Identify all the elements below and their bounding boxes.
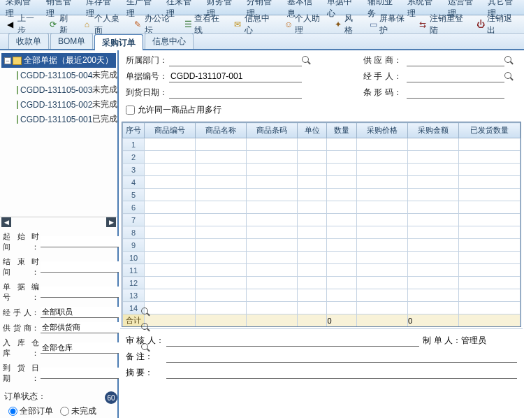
grid-cell[interactable] bbox=[407, 164, 458, 176]
status-radio-input[interactable] bbox=[8, 407, 17, 416]
grid-cell[interactable] bbox=[458, 226, 520, 239]
tree-item[interactable]: CGDD-131105-003 未完成 bbox=[1, 82, 116, 97]
grid-header[interactable]: 已发货数量 bbox=[458, 123, 520, 138]
grid-cell[interactable] bbox=[327, 302, 357, 314]
table-row[interactable]: 5 bbox=[123, 189, 521, 201]
grid-cell[interactable] bbox=[195, 289, 246, 302]
grid-cell[interactable] bbox=[246, 151, 297, 164]
grid-cell[interactable] bbox=[297, 239, 327, 252]
grid-cell[interactable] bbox=[297, 138, 327, 151]
grid-cell[interactable] bbox=[195, 264, 246, 277]
grid-cell[interactable] bbox=[145, 252, 196, 264]
table-row[interactable]: 3 bbox=[123, 164, 521, 176]
tab-bom[interactable]: BOM单 bbox=[50, 33, 93, 49]
grid-cell[interactable] bbox=[145, 226, 196, 239]
grid-cell[interactable] bbox=[458, 264, 520, 277]
auditor-input[interactable] bbox=[166, 335, 419, 347]
grid-cell[interactable] bbox=[357, 164, 408, 176]
tree-root[interactable]: − 全部单据（最近200天） bbox=[1, 53, 116, 68]
grid-cell[interactable] bbox=[297, 214, 327, 226]
grid-cell[interactable] bbox=[357, 176, 408, 189]
grid-cell[interactable] bbox=[297, 302, 327, 314]
grid-cell[interactable] bbox=[458, 201, 520, 214]
grid-cell[interactable] bbox=[327, 189, 357, 201]
grid-cell[interactable] bbox=[246, 201, 297, 214]
grid-header[interactable]: 数量 bbox=[327, 123, 357, 138]
grid-cell[interactable] bbox=[246, 214, 297, 226]
table-row[interactable]: 8 bbox=[123, 226, 521, 239]
grid-header[interactable]: 单位 bbox=[297, 123, 327, 138]
screensaver-button[interactable]: ▭屏幕保护 bbox=[367, 12, 413, 37]
grid-header[interactable]: 商品条码 bbox=[246, 123, 297, 138]
vendor-input[interactable] bbox=[407, 55, 504, 66]
grid-cell[interactable] bbox=[327, 151, 357, 164]
grid-cell[interactable] bbox=[407, 264, 458, 277]
table-row[interactable]: 14 bbox=[123, 302, 521, 314]
summary-input[interactable] bbox=[166, 368, 517, 379]
grid-cell[interactable] bbox=[145, 151, 196, 164]
grid-cell[interactable] bbox=[357, 239, 408, 252]
status-radio-input[interactable] bbox=[60, 407, 69, 416]
table-row[interactable]: 4 bbox=[123, 176, 521, 189]
arrival-input[interactable] bbox=[169, 87, 302, 99]
grid-cell[interactable] bbox=[458, 189, 520, 201]
grid-cell[interactable] bbox=[297, 289, 327, 302]
table-row[interactable]: 10 bbox=[123, 252, 521, 264]
table-row[interactable]: 11 bbox=[123, 264, 521, 277]
grid-cell[interactable] bbox=[407, 239, 458, 252]
grid-cell[interactable] bbox=[246, 164, 297, 176]
grid-cell[interactable] bbox=[327, 289, 357, 302]
message-button[interactable]: ✉信息中心 bbox=[231, 12, 277, 37]
grid-cell[interactable] bbox=[458, 176, 520, 189]
grid-cell[interactable] bbox=[195, 226, 246, 239]
grid-cell[interactable] bbox=[357, 226, 408, 239]
order-handler-search-icon[interactable] bbox=[504, 72, 514, 82]
grid-cell[interactable] bbox=[195, 214, 246, 226]
table-row[interactable]: 12 bbox=[123, 277, 521, 289]
scroll-left-icon[interactable]: ◀ bbox=[1, 217, 11, 227]
grid-cell[interactable] bbox=[327, 164, 357, 176]
grid-cell[interactable] bbox=[145, 264, 196, 277]
dept-search-icon[interactable] bbox=[302, 56, 312, 66]
grid-cell[interactable] bbox=[145, 164, 196, 176]
grid-cell[interactable] bbox=[297, 201, 327, 214]
grid-cell[interactable] bbox=[145, 176, 196, 189]
grid-cell[interactable] bbox=[297, 151, 327, 164]
grid-cell[interactable] bbox=[357, 151, 408, 164]
grid-cell[interactable] bbox=[297, 252, 327, 264]
table-row[interactable]: 9 bbox=[123, 239, 521, 252]
grid-cell[interactable] bbox=[407, 289, 458, 302]
grid-cell[interactable] bbox=[145, 189, 196, 201]
tab-message-center[interactable]: 信息中心 bbox=[145, 33, 194, 49]
grid-cell[interactable] bbox=[357, 289, 408, 302]
grid-cell[interactable] bbox=[327, 239, 357, 252]
grid-cell[interactable] bbox=[407, 201, 458, 214]
grid-cell[interactable] bbox=[407, 302, 458, 314]
grid-cell[interactable] bbox=[297, 226, 327, 239]
table-row[interactable]: 7 bbox=[123, 214, 521, 226]
grid-cell[interactable] bbox=[145, 138, 196, 151]
status-radio[interactable]: 全部订单 bbox=[8, 405, 53, 417]
assist-button[interactable]: ☺个人助理 bbox=[282, 12, 328, 37]
grid-cell[interactable] bbox=[297, 264, 327, 277]
items-grid[interactable]: 序号商品编号商品名称商品条码单位数量采购价格采购金额已发货数量123456789… bbox=[122, 122, 521, 327]
tree-item[interactable]: CGDD-131105-004 未完成 bbox=[1, 68, 116, 82]
grid-cell[interactable] bbox=[145, 289, 196, 302]
supplier-search-icon[interactable] bbox=[141, 323, 151, 333]
grid-cell[interactable] bbox=[458, 239, 520, 252]
status-radio[interactable]: 未完成 bbox=[60, 405, 96, 417]
tab-purchase-order[interactable]: 采购订单 bbox=[94, 34, 143, 50]
table-row[interactable]: 1 bbox=[123, 138, 521, 151]
grid-cell[interactable] bbox=[195, 277, 246, 289]
grid-cell[interactable] bbox=[297, 189, 327, 201]
grid-cell[interactable] bbox=[145, 214, 196, 226]
grid-cell[interactable] bbox=[458, 164, 520, 176]
grid-cell[interactable] bbox=[458, 151, 520, 164]
handler-search-icon[interactable] bbox=[141, 307, 151, 317]
order-code-input[interactable] bbox=[169, 71, 302, 82]
grid-cell[interactable] bbox=[195, 164, 246, 176]
grid-cell[interactable] bbox=[195, 201, 246, 214]
grid-cell[interactable] bbox=[246, 277, 297, 289]
grid-cell[interactable] bbox=[327, 138, 357, 151]
grid-cell[interactable] bbox=[357, 252, 408, 264]
